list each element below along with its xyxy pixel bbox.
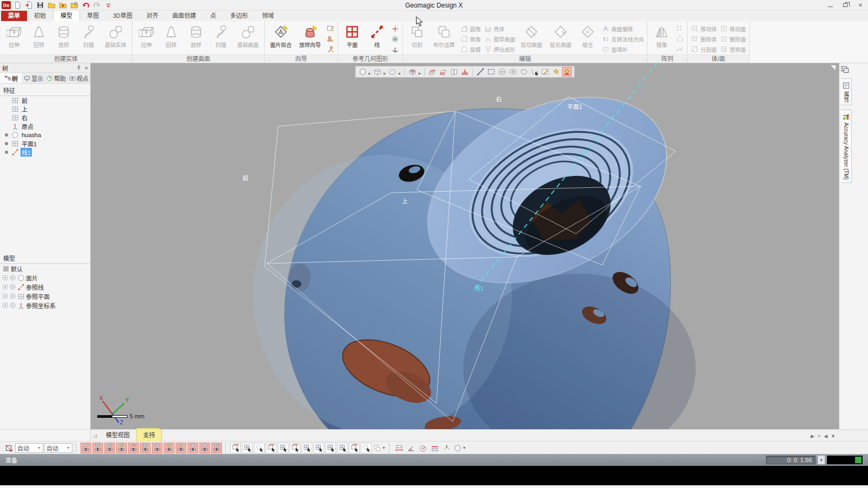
menu-tab-草图[interactable]: 草图 (80, 10, 106, 21)
expand-icon[interactable] (2, 284, 8, 290)
ribbon-button-放样[interactable]: 放样 (52, 22, 76, 49)
tab-close-icon[interactable]: × (818, 433, 820, 439)
eye-refplane-button[interactable] (187, 443, 198, 453)
ribbon-button-曲面偏移[interactable]: 曲面偏移 (601, 24, 645, 34)
dropdown-caret-icon[interactable]: ▼ (398, 72, 401, 76)
eye-mesh-button[interactable] (80, 443, 91, 453)
viewport-tool-select-extend[interactable] (562, 67, 572, 77)
ribbon-button-延长曲面[interactable]: 延长曲面 (547, 22, 575, 49)
model-item-参照坐标系[interactable]: 参照坐标系 (0, 301, 90, 310)
ribbon-button-pattern-linear[interactable] (675, 24, 685, 34)
doc-tab-支持[interactable]: 支持 (136, 428, 162, 441)
tree-item-上[interactable]: 上 (0, 105, 90, 113)
pick-circle-sel-button[interactable] (278, 443, 288, 453)
ribbon-button-删除面[interactable]: 删除面 (719, 34, 747, 44)
viewport-3d[interactable]: ▼▼▼▼ 右平面1前上线1 X Y Z 5 mm (91, 63, 839, 429)
viewport-tool-select-flood[interactable] (551, 67, 561, 77)
ribbon-button-拉伸[interactable]: 拉伸 (134, 22, 158, 49)
ribbon-button-revolve-wizard[interactable] (325, 34, 335, 44)
tab-scroll-back-icon[interactable]: ◀ (824, 433, 827, 439)
copy-view-button[interactable]: ▼ (373, 444, 386, 452)
pick-face-4-button[interactable] (325, 443, 336, 453)
expand-icon[interactable] (2, 275, 8, 281)
ribbon-button-分割面[interactable]: 分割面 (690, 44, 718, 55)
expand-icon[interactable] (2, 302, 8, 308)
visibility-eye-icon[interactable] (9, 283, 16, 290)
pick-grid-sel-button[interactable] (349, 443, 360, 453)
eye-refcoord-button[interactable] (199, 443, 210, 453)
measure-distance-button[interactable] (394, 443, 405, 453)
viewport-tool-section-front[interactable] (428, 67, 438, 77)
ribbon-button-布尔运算[interactable]: 布尔运算 (430, 22, 458, 49)
ribbon-button-切割[interactable]: 切割 (405, 22, 429, 49)
auto-mode-dropdown-2[interactable]: 自动▼ (44, 443, 72, 453)
ribbon-button-面填补[interactable]: 面填补 (601, 44, 645, 55)
visibility-eye-icon[interactable] (9, 293, 16, 300)
ribbon-button-线[interactable]: 线 (365, 22, 389, 49)
snapshot-button[interactable] (3, 443, 14, 453)
pin-icon[interactable] (76, 65, 82, 71)
ribbon-button-缝合[interactable]: 缝合 (576, 22, 600, 49)
ribbon-button-删除体[interactable]: 删除体 (690, 34, 718, 44)
ribbon-button-倒角[interactable]: 倒角 (459, 34, 482, 44)
eye-refgeometry-button[interactable] (164, 443, 174, 453)
eye-sketch-button[interactable] (140, 443, 151, 453)
app-logo[interactable]: Dx (2, 1, 11, 9)
tree-item-原点[interactable]: 原点 (0, 122, 90, 131)
tab-scroll-left[interactable]: ◁ (91, 433, 99, 441)
eye-3dsketch-button[interactable] (152, 443, 163, 453)
expand-icon[interactable] (2, 293, 8, 299)
measure-section-button[interactable] (429, 443, 440, 453)
menu-tab-点[interactable]: 点 (203, 10, 223, 21)
viewport-tool-render-shaded[interactable]: ▼ (358, 67, 372, 77)
save-icon[interactable] (35, 1, 45, 10)
ribbon-button-押出成形[interactable]: 押出成形 (483, 44, 516, 55)
ribbon-button-extrude-wizard[interactable] (325, 24, 335, 34)
panel-tab-帮助[interactable]: 帮助 (45, 73, 68, 83)
ribbon-button-扫描[interactable]: 扫描 (209, 22, 233, 49)
visibility-eye-icon[interactable] (9, 274, 16, 281)
viewport-tool-section-base[interactable] (460, 67, 470, 77)
viewport-tool-select-lasso[interactable] (519, 67, 529, 77)
dropdown-caret-icon[interactable]: ▼ (367, 72, 371, 76)
ribbon-button-sweep-wizard[interactable] (325, 44, 335, 55)
panel-tab-树[interactable]: 树 (0, 73, 23, 83)
pick-face-3-button[interactable] (313, 443, 324, 453)
measure-deviation-button[interactable] (441, 443, 452, 453)
model-item-面片[interactable]: 面片 (0, 273, 90, 282)
viewport-tool-pick-line[interactable] (476, 67, 486, 77)
pick-cloud-button[interactable] (254, 443, 265, 453)
folder-up-icon[interactable] (58, 1, 68, 10)
doc-tab-模型视图[interactable]: 模型视图 (99, 429, 136, 441)
menu-tab-初始[interactable]: 初始 (27, 10, 53, 21)
menu-tab-领域[interactable]: 领域 (255, 10, 281, 21)
ribbon-button-扫描[interactable]: 扫描 (77, 22, 100, 49)
viewport-tool-render-flat[interactable]: ▼ (388, 67, 402, 77)
pick-face-5-button[interactable] (337, 443, 348, 453)
tree-item-huasha[interactable]: huasha (0, 131, 90, 139)
menu-tab-模型[interactable]: 模型 (53, 9, 80, 21)
menu-tab-多边形[interactable]: 多边形 (223, 10, 255, 21)
eye-pointcloud-button[interactable] (104, 443, 115, 453)
mesh-display-button[interactable]: ▼ (453, 444, 466, 452)
new-doc-icon[interactable] (12, 1, 22, 10)
panel-close-icon[interactable]: × (85, 65, 88, 71)
folder-lock-icon[interactable] (69, 1, 79, 10)
close-button[interactable]: × (853, 1, 868, 10)
pick-boundary-button[interactable] (266, 443, 277, 453)
ribbon-button-ref-circle[interactable] (390, 34, 400, 44)
ribbon-button-pattern-circular[interactable] (675, 34, 685, 44)
menu-tab-对齐[interactable]: 对齐 (139, 10, 165, 21)
panel-tab-显示[interactable]: 显示 (23, 73, 45, 83)
undo-icon[interactable] (80, 1, 90, 10)
open-folder-icon[interactable] (46, 1, 56, 10)
model-item-参照平面[interactable]: 参照平面 (0, 292, 90, 301)
float-panels-icon[interactable] (841, 65, 850, 74)
eye-solid-button[interactable] (128, 443, 139, 453)
ribbon-button-替换面[interactable]: 替换面 (719, 44, 747, 55)
eye-region-button[interactable] (92, 443, 103, 453)
ribbon-button-镜像[interactable]: 镜像 (650, 22, 674, 49)
pick-region-button[interactable] (242, 443, 253, 453)
viewport-tool-view-orient[interactable]: ▼ (408, 67, 422, 77)
pick-face-2-button[interactable] (301, 443, 312, 453)
